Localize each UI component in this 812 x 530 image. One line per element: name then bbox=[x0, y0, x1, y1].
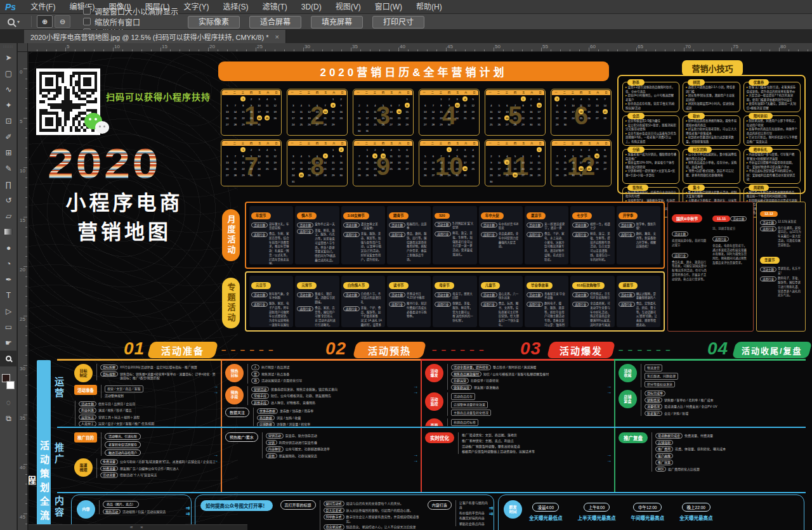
zoom-out-button[interactable]: ⊖ bbox=[55, 15, 70, 28]
time-pill: 晚上22:00 bbox=[682, 503, 710, 512]
kv-item: 活动主题借势节日 / 品牌日 / 会员日 bbox=[79, 401, 154, 407]
calendar-month-7: 一二三四五六日712345678910111213141516171819202… bbox=[221, 139, 282, 186]
collapse-icon[interactable]: « bbox=[130, 524, 133, 530]
path-selection-tool[interactable]: ▷ bbox=[0, 303, 17, 319]
dodge-tool[interactable]: ◔ bbox=[0, 255, 17, 271]
stage-badge-活动预热: 活动预热 bbox=[353, 342, 426, 358]
festival-title: 开学季 bbox=[619, 212, 638, 219]
menu-视图(V)[interactable]: 视图(V) bbox=[329, 3, 368, 11]
quick-mask-icon[interactable]: ◌ bbox=[0, 394, 17, 410]
button-适合屏幕[interactable]: 适合屏幕 bbox=[249, 16, 301, 29]
kv-item: 渠道数据完成度免费流量、付费流量 bbox=[655, 433, 726, 439]
tip-label: 拼团 bbox=[688, 79, 705, 86]
color-swatches[interactable] bbox=[0, 372, 16, 394]
flow-cell-推广-1: 推广目的活动曝光、引流拉新老客转化促活跃留存触达活动内容给用户渠道 梳理免费流量… bbox=[71, 429, 219, 489]
tool-preset-caret-icon[interactable]: ▾ bbox=[17, 19, 20, 25]
blur-tool[interactable]: ● bbox=[0, 240, 17, 255]
pen-tool[interactable]: ✒ bbox=[0, 271, 17, 287]
brush-tool[interactable]: ✎ bbox=[0, 160, 17, 176]
zoom-tool[interactable] bbox=[0, 351, 17, 366]
text: 数码电子、摄影、服饰、旅游等，抓住毕业用户可做主题活动专场，青春文案可以是：'致… bbox=[544, 302, 566, 327]
festival-title: 年货节 bbox=[251, 212, 271, 219]
document-tab[interactable]: 2020小程序电商营销地图.jpg @ 12.5% (扫码可以获得小程序扶持, … bbox=[24, 30, 286, 43]
zoom-tool-icon bbox=[8, 18, 15, 25]
line-item: 老客转化促活跃留存 bbox=[105, 441, 141, 448]
mindmap-group: 如何提高公众号图文打开率！ bbox=[200, 500, 273, 511]
button-实际像素[interactable]: 实际像素 bbox=[188, 16, 240, 29]
clone-stamp-tool[interactable]: ∏ bbox=[0, 176, 17, 192]
toolbar-grip[interactable]: :::::: bbox=[0, 43, 16, 49]
flow-arrow-icon: → → bbox=[413, 453, 418, 464]
line-item: 活动商品库存 bbox=[451, 393, 475, 400]
tip-line: 制造紧迫感，刺激用户立即下单购买，拉动用户转化 bbox=[747, 119, 797, 127]
kv-item: 分销利用分销活动进行裂变传播 bbox=[266, 440, 330, 446]
kv-item: 目标规划销售目标：销售额=流量×转化率×客单价 · 流量目标：订单×转化 · 资… bbox=[100, 372, 216, 380]
festival-card-感恩节: 感恩节活动主题确认过眼神，是要最想感谢的人适用行业食品、定制类礼品、烘焙、贺卡等… bbox=[617, 276, 660, 327]
month-weekdays: 一二三四五六日 bbox=[354, 141, 412, 146]
kv-item: 巨大反差式放入对比性强烈的事物，引起用户的猎奇心理。 bbox=[324, 508, 420, 514]
text: 11、11剁手狂欢节 bbox=[712, 227, 749, 231]
marquee-tool[interactable]: ▢ bbox=[0, 65, 17, 81]
kv-item: 场活动氛围营造 / 页面转化引导 bbox=[251, 378, 302, 384]
text: 相伴一生，相遇七夕 bbox=[590, 223, 612, 231]
button-打印尺寸[interactable]: 打印尺寸 bbox=[372, 16, 424, 29]
background-color[interactable] bbox=[6, 381, 15, 389]
shape-tool[interactable]: ▭ bbox=[0, 319, 17, 335]
node-数据关注: 数据关注 bbox=[225, 408, 249, 417]
month-days: 1234567891011121314151617181920212223242… bbox=[353, 96, 413, 134]
history-brush-tool[interactable]: ↺ bbox=[0, 192, 17, 208]
menu-帮助(H)[interactable]: 帮助(H) bbox=[409, 3, 449, 11]
line-item: 视觉 / 文案 / 商品 / 客服 bbox=[105, 385, 143, 392]
time-note: 全天曝光最高点 bbox=[679, 514, 713, 521]
kv-item: 人执行预案 / 商品测试 bbox=[251, 365, 302, 370]
kv-item: 悬念紧迫式制造悬念、紧迫打动人心，让人不自觉关注后续发展。 bbox=[324, 524, 420, 530]
mindmap-group: 活动主题借势节日 / 品牌日 / 会员日利益刺激满减 / 预售 / 秒杀 / 赠… bbox=[74, 401, 216, 427]
tab-close-icon[interactable]: × bbox=[275, 33, 278, 41]
text: 食品、个护、家电、水上运动、小家电、冰爽冷饮可推出消暑专场，清凉好物不设限，花式… bbox=[544, 232, 566, 262]
kv-item: 流量情况渠道流量占比 / 付费支出 / 全店PV·UV bbox=[645, 404, 717, 410]
month-weekdays: 一二三四五六日 bbox=[552, 141, 610, 146]
text: 食品、生鲜、家居百货等，结合年前用户消费需求，推出年货爆款：礼盒装／囤货／仪式礼… bbox=[269, 232, 291, 264]
gradient-tool[interactable] bbox=[0, 224, 17, 240]
quick-selection-tool[interactable]: ✦ bbox=[0, 97, 17, 113]
menu-选择(S)[interactable]: 选择(S) bbox=[216, 3, 255, 11]
node-渠道梳理: 渠道 梳理 bbox=[74, 458, 93, 477]
healing-brush-tool[interactable]: ⊞ bbox=[0, 145, 17, 160]
mindmap-group: 内容商品（图片、卖点）预热活动活动规则 / 包装 / 活动氛围营造 bbox=[77, 500, 186, 519]
node-活动收尾: 活动 收尾 bbox=[619, 364, 637, 382]
kv-item: 其他手段达人种草、好物推荐、直播预热 bbox=[251, 400, 337, 406]
zoom-in-button[interactable]: ⊕ bbox=[37, 15, 53, 28]
menu-文字(Y)[interactable]: 文字(Y) bbox=[176, 3, 216, 11]
photoshop-logo-icon: Ps bbox=[0, 2, 23, 12]
menu-窗口(W)[interactable]: 窗口(W) bbox=[368, 3, 409, 11]
button-填充屏幕[interactable]: 填充屏幕 bbox=[311, 16, 363, 29]
crop-tool[interactable]: ⊡ bbox=[0, 113, 17, 129]
kv-key: 场 bbox=[251, 378, 259, 384]
month-days: 1234567891011121314151617181920212223242… bbox=[419, 96, 479, 128]
checkbox-调整窗口大小以满屏显示[interactable]: 调整窗口大小以满屏显示 bbox=[83, 6, 178, 16]
tip-card-优惠券: 优惠券新客'无门槛券'拉新引流，老客满减券促成复购，提升商品的转化率和客单价大促… bbox=[743, 82, 801, 112]
eraser-tool[interactable]: ▱ bbox=[0, 208, 17, 224]
menu-文件(F)[interactable]: 文件(F) bbox=[23, 3, 62, 11]
festival-card-元宵节: 元宵节活动主题集福卡、猜灯谜，汤圆佳节团圆味。适用行业食品、家居、百货等，围绕用… bbox=[295, 276, 339, 327]
move-tool[interactable]: ➤ bbox=[0, 49, 17, 65]
topic-band-label: 专题活动 bbox=[222, 278, 240, 328]
vertical-ruler: 051015202530354045 bbox=[18, 52, 28, 530]
type-tool[interactable]: T bbox=[0, 287, 17, 303]
tip-line: 高客单价的商品先拉高原价，再做单个商品的折扣让利引导 bbox=[747, 127, 797, 136]
lasso-tool[interactable]: ∿ bbox=[0, 81, 17, 97]
time-note: 午间曝光最高点 bbox=[631, 514, 665, 521]
screen-mode-icon[interactable]: ⧉ bbox=[0, 410, 17, 426]
eyedropper-tool[interactable]: ✐ bbox=[0, 129, 17, 145]
checkbox-缩放所有窗口[interactable]: 缩放所有窗口 bbox=[83, 16, 178, 27]
festival-card-11.11: 11.11活动主题11、11剁手狂欢节适用行业全品类，电商年度狂欢节，通过多波段… bbox=[712, 211, 749, 322]
menu-3D(D)[interactable]: 3D(D) bbox=[294, 3, 329, 11]
hand-tool[interactable]: ☛ bbox=[0, 335, 17, 351]
node-活动准备: 活动准备 bbox=[74, 385, 97, 395]
tip-line: 新客'无门槛券'拉新引流，老客满减券促成复购，提升商品的转化率和客单价 bbox=[747, 86, 797, 94]
document-canvas[interactable]: 扫码可以获得小程序扶持 2020 小程序电商 营销地图 2020营销日历&全年营… bbox=[29, 52, 812, 530]
close-strip-icon[interactable]: × bbox=[140, 524, 143, 530]
menu-滤镜(T)[interactable]: 滤镜(T) bbox=[255, 3, 294, 11]
tag: 适用行业 bbox=[712, 236, 729, 242]
poster-year: 2020 bbox=[48, 139, 160, 188]
